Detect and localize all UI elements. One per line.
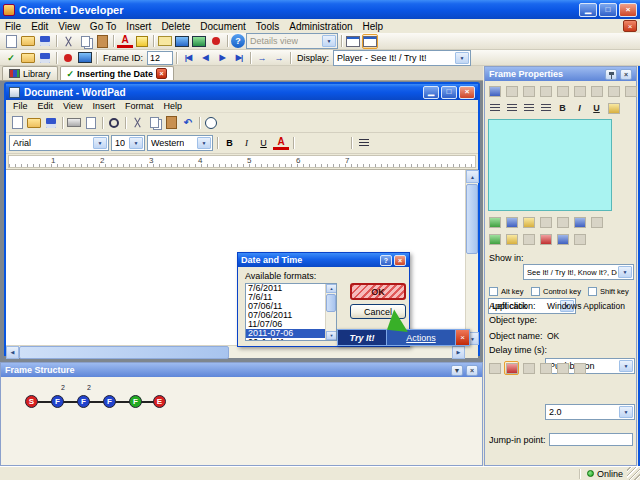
first-frame-icon[interactable]: |◀ bbox=[180, 50, 196, 65]
wp-open-icon[interactable] bbox=[26, 115, 42, 130]
scroll-up-button[interactable]: ▲ bbox=[466, 170, 479, 183]
scroll-left-button[interactable]: ◀ bbox=[6, 346, 19, 359]
panel-toolbar-icon[interactable] bbox=[487, 215, 502, 229]
frame-node[interactable]: F bbox=[51, 395, 64, 408]
window-view-icon[interactable] bbox=[345, 34, 361, 49]
wp-find-icon[interactable] bbox=[106, 115, 122, 130]
menu-goto[interactable]: Go To bbox=[85, 19, 122, 33]
previous-frame-icon[interactable]: ◀ bbox=[197, 50, 213, 65]
wordpad-maximize-button[interactable]: □ bbox=[441, 86, 457, 99]
vertical-scroll-thumb[interactable] bbox=[466, 184, 478, 254]
highlight-icon[interactable] bbox=[134, 34, 150, 49]
underline-button[interactable]: U bbox=[256, 136, 271, 151]
panel-toolbar-icon[interactable] bbox=[521, 232, 536, 246]
ok-button[interactable]: OK bbox=[350, 283, 406, 300]
wordpad-menu-insert[interactable]: Insert bbox=[87, 100, 120, 113]
horizontal-scroll-thumb[interactable] bbox=[19, 346, 229, 359]
dropdown-arrow-icon[interactable]: ▼ bbox=[618, 266, 632, 278]
wp-new-icon[interactable] bbox=[9, 115, 25, 130]
bold-button[interactable]: B bbox=[222, 136, 237, 151]
panel-toolbar-icon[interactable] bbox=[555, 232, 570, 246]
panel-toolbar-icon[interactable] bbox=[521, 84, 536, 98]
italic-button[interactable]: I bbox=[239, 136, 254, 151]
resize-grip[interactable] bbox=[627, 467, 640, 480]
close-button[interactable]: × bbox=[619, 3, 637, 17]
window-view-active-icon[interactable] bbox=[362, 34, 378, 49]
menu-help[interactable]: Help bbox=[358, 19, 389, 33]
italic-button[interactable]: I bbox=[572, 101, 587, 115]
alt-key-checkbox[interactable] bbox=[489, 287, 498, 296]
goto-marker-icon[interactable]: → bbox=[271, 50, 287, 65]
bullets-icon[interactable] bbox=[356, 136, 372, 151]
panel-toolbar-icon[interactable] bbox=[572, 215, 587, 229]
panel-toolbar-icon[interactable] bbox=[487, 232, 502, 246]
dropdown-arrow-icon[interactable]: ▼ bbox=[129, 137, 143, 149]
menu-delete[interactable]: Delete bbox=[156, 19, 195, 33]
scroll-right-button[interactable]: ▶ bbox=[452, 346, 465, 359]
tab-inserting-the-date[interactable]: ✓ Inserting the Date × bbox=[60, 66, 175, 80]
dialog-help-button[interactable]: ? bbox=[380, 255, 392, 266]
frame-node[interactable]: F bbox=[77, 395, 90, 408]
menu-file[interactable]: File bbox=[0, 19, 26, 33]
wp-print-preview-icon[interactable] bbox=[83, 115, 99, 130]
delay-time-combo[interactable]: 2.0 ▼ bbox=[545, 404, 635, 420]
menu-insert[interactable]: Insert bbox=[121, 19, 156, 33]
panel-toolbar-icon[interactable] bbox=[487, 361, 502, 375]
panel-toolbar-icon[interactable] bbox=[538, 84, 553, 98]
maximize-button[interactable]: □ bbox=[599, 3, 617, 17]
list-scroll-up-button[interactable]: ▲ bbox=[326, 284, 337, 293]
player-icon[interactable] bbox=[191, 34, 207, 49]
align-center-icon[interactable] bbox=[315, 136, 330, 150]
wordpad-menu-help[interactable]: Help bbox=[158, 100, 187, 113]
align-right-icon[interactable] bbox=[332, 136, 347, 150]
wp-font-color-icon[interactable]: A bbox=[273, 137, 289, 150]
dropdown-arrow-icon[interactable]: ▼ bbox=[619, 406, 633, 418]
menu-edit[interactable]: Edit bbox=[26, 19, 53, 33]
show-in-combo[interactable]: See It! / Try It!, Know It?, Do It! ▼ bbox=[523, 264, 634, 280]
font-name-combo[interactable]: Arial ▼ bbox=[9, 135, 109, 151]
panel-toolbar-icon[interactable] bbox=[572, 232, 587, 246]
dropdown-arrow-icon[interactable]: ▼ bbox=[322, 35, 336, 47]
jump-in-point-input[interactable] bbox=[549, 433, 633, 446]
copy-icon[interactable] bbox=[77, 34, 93, 49]
frame-node[interactable]: F bbox=[103, 395, 116, 408]
frame-node-current[interactable]: F bbox=[129, 395, 142, 408]
menu-administration[interactable]: Administration bbox=[284, 19, 357, 33]
font-size-combo[interactable]: 10 ▼ bbox=[111, 135, 145, 151]
list-scrollbar[interactable]: ▲ ▼ bbox=[325, 284, 336, 340]
wordpad-titlebar[interactable]: Document - WordPad ▁ □ × bbox=[6, 84, 478, 100]
cut-icon[interactable] bbox=[60, 34, 76, 49]
help-icon[interactable]: ? bbox=[231, 34, 245, 48]
wp-save-icon[interactable] bbox=[43, 115, 59, 130]
actions-button[interactable]: Actions bbox=[386, 330, 455, 345]
wordpad-menu-format[interactable]: Format bbox=[120, 100, 159, 113]
panel-toolbar-icon[interactable] bbox=[589, 84, 604, 98]
panel-toolbar-icon[interactable] bbox=[538, 215, 553, 229]
display-combo[interactable]: Player - See It! / Try It! ▼ bbox=[333, 50, 471, 66]
panel-dropdown-button[interactable]: ▼ bbox=[451, 365, 463, 376]
wp-print-icon[interactable] bbox=[66, 115, 82, 130]
panel-toolbar-icon[interactable] bbox=[555, 215, 570, 229]
panel-toolbar-icon[interactable] bbox=[589, 215, 604, 229]
dropdown-arrow-icon[interactable]: ▼ bbox=[93, 137, 107, 149]
details-view-combo[interactable]: Details view ▼ bbox=[246, 33, 338, 49]
record-icon[interactable] bbox=[208, 34, 224, 49]
list-scroll-down-button[interactable]: ▼ bbox=[326, 331, 337, 340]
panel-toolbar-icon[interactable] bbox=[538, 361, 553, 375]
menubar-close-button[interactable]: × bbox=[623, 20, 637, 32]
panel-toolbar-icon[interactable] bbox=[521, 361, 536, 375]
panel-toolbar-icon[interactable] bbox=[572, 84, 587, 98]
pin-icon[interactable] bbox=[605, 69, 617, 80]
frame-structure-canvas[interactable]: S F F F F E 2 2 bbox=[1, 377, 482, 465]
panel-toolbar-icon[interactable] bbox=[623, 84, 638, 98]
tab-close-button[interactable]: × bbox=[156, 68, 167, 79]
minimize-button[interactable]: ▁ bbox=[579, 3, 597, 17]
tab-library[interactable]: Library bbox=[2, 66, 58, 80]
dialog-titlebar[interactable]: Date and Time ? × bbox=[238, 253, 409, 267]
format-item[interactable]: 06-Jul-11 bbox=[246, 338, 336, 341]
panel-toolbar-icon[interactable] bbox=[555, 361, 570, 375]
callout-close-button[interactable]: × bbox=[455, 330, 469, 345]
menu-tools[interactable]: Tools bbox=[251, 19, 284, 33]
paste-icon[interactable] bbox=[94, 34, 110, 49]
wp-datetime-icon[interactable] bbox=[203, 115, 219, 130]
